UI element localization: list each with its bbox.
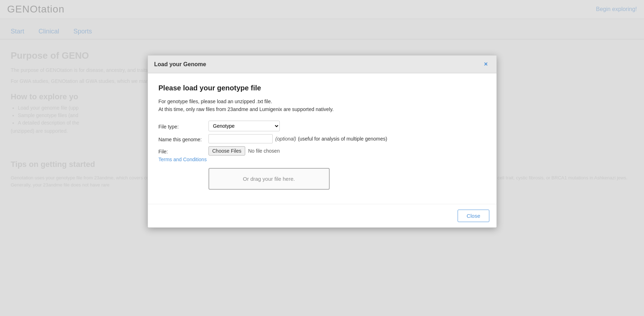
optional-label: (optional) (275, 136, 296, 142)
close-button[interactable]: Close (458, 210, 489, 222)
terms-row: Terms and Conditions (159, 156, 486, 163)
name-genome-label: Name this genome: (159, 135, 208, 142)
optional-desc: (useful for analysis of multiple genomes… (298, 136, 387, 142)
name-genome-row: Name this genome: (optional) (useful for… (159, 134, 486, 143)
drag-drop-label: Or drag your file here. (243, 176, 295, 182)
terms-and-conditions-link[interactable]: Terms and Conditions (159, 157, 207, 162)
file-upload-row: File: Choose Files No file chosen (159, 146, 486, 156)
name-genome-input[interactable] (208, 134, 273, 143)
modal-title: Load your Genome (154, 61, 206, 68)
choose-files-button[interactable]: Choose Files (208, 146, 246, 156)
modal-footer: Close (148, 204, 496, 227)
file-type-row: File type: Genotype VCF BED (159, 121, 486, 131)
modal-close-button[interactable]: × (482, 60, 490, 69)
modal-body: Please load your genotype file For genot… (148, 73, 496, 204)
file-type-label: File type: (159, 122, 208, 130)
load-genome-modal: Load your Genome × Please load your geno… (148, 55, 497, 228)
no-file-chosen-text: No file chosen (248, 148, 280, 154)
file-type-select[interactable]: Genotype VCF BED (208, 121, 280, 131)
drag-drop-area[interactable]: Or drag your file here. (208, 168, 330, 190)
modal-header: Load your Genome × (148, 56, 496, 73)
file-label: File: (159, 147, 208, 154)
modal-description: For genotype files, please load an unzip… (159, 98, 486, 114)
modal-subtitle: Please load your genotype file (159, 84, 486, 92)
